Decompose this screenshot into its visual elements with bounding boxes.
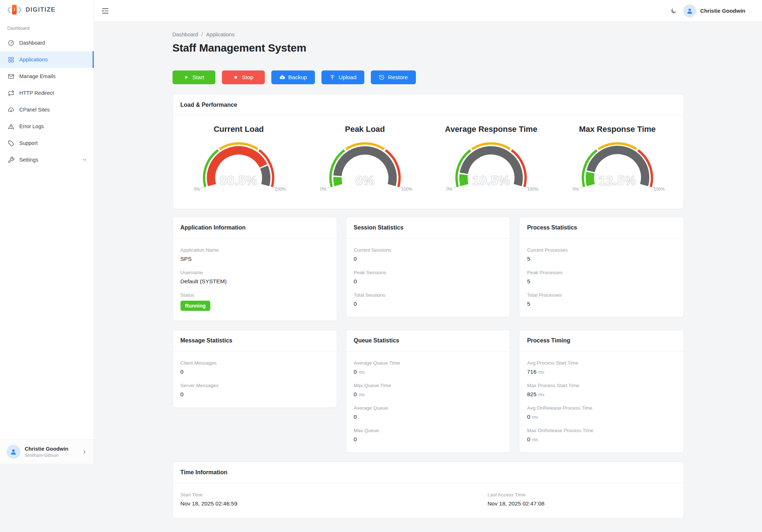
topbar-user-name: Christie Goodwin: [700, 8, 745, 14]
application-information-card: Application Information Application Name…: [173, 217, 337, 321]
unit-label: ms: [358, 392, 365, 397]
field-application-name: Application Name SPS: [181, 247, 329, 262]
field-label: Status: [181, 292, 329, 298]
breadcrumb-item-dashboard[interactable]: Dashboard: [173, 32, 198, 37]
sidebar-item-cpanel-sites[interactable]: CPanel Sites: [0, 101, 94, 118]
brand-name: DIGITIZE: [26, 6, 56, 13]
field-value: Nov 18, 2025 02:47:08: [487, 500, 676, 507]
field-value: 825ms: [527, 391, 676, 398]
field-value: 0: [354, 436, 502, 443]
card-title: Message Statistics: [173, 330, 337, 352]
tag-icon: [8, 140, 15, 147]
sidebar-item-label: Settings: [19, 157, 38, 163]
sidebar: ❮/❯ DIGITIZE Dashboard Dashboard Applica…: [0, 0, 94, 532]
field-value: SPS: [181, 256, 329, 262]
gauge-average-response-time: Average Response Time 0%100%10.5%: [428, 125, 555, 195]
field-total-processes: Total Processes 5: [527, 292, 676, 307]
svg-text:10.5%: 10.5%: [472, 173, 510, 187]
field-value: Nov 18, 2025 02:46:59: [181, 500, 488, 507]
field-avg-process-start-time: Avg Process Start Time 716ms: [527, 360, 676, 375]
start-button[interactable]: Start: [173, 70, 215, 84]
field-label: Username: [181, 270, 329, 275]
avatar: [683, 4, 696, 17]
panel-title: Time Information: [173, 462, 684, 483]
dark-mode-toggle-moon-icon[interactable]: [670, 7, 677, 15]
chevron-right-icon: [82, 449, 87, 455]
field-value: 0: [354, 301, 502, 307]
field-status: Status Running: [181, 292, 329, 311]
gauge-chart: 0%100%80.5%: [191, 141, 286, 195]
sidebar-item-applications[interactable]: Applications: [0, 51, 94, 68]
status-badge: Running: [181, 301, 211, 311]
field-value: 5: [527, 301, 676, 307]
restore-history-icon: [379, 74, 385, 80]
sidebar-item-dashboard[interactable]: Dashboard: [0, 34, 94, 51]
field-max-onrelease-process-time: Max OnRelease Process Time 0ms: [527, 428, 676, 443]
sidebar-item-support[interactable]: Support: [0, 135, 94, 151]
field-label: Max Queue Time: [354, 383, 502, 388]
field-value: 0ms: [354, 369, 502, 375]
svg-text:0%: 0%: [572, 187, 579, 192]
svg-text:0%: 0%: [320, 187, 327, 192]
sidebar-item-settings[interactable]: Settings: [0, 151, 94, 168]
card-title: Process Statistics: [519, 217, 683, 239]
panel-title: Load & Performance: [173, 94, 684, 116]
field-label: Average Queue: [354, 405, 502, 411]
repeat-icon: [8, 90, 15, 97]
sidebar-item-label: HTTP Redirect: [19, 90, 54, 96]
restore-button[interactable]: Restore: [371, 70, 416, 84]
svg-text:12.5%: 12.5%: [599, 173, 636, 187]
field-label: Current Sessions: [354, 247, 502, 253]
field-value: Default (SYSTEM): [181, 278, 329, 285]
field-label: Max OnRelease Process Time: [527, 428, 676, 433]
field-max-process-start-time: Max Process Start Time 825ms: [527, 383, 676, 398]
field-value: 0ms: [354, 391, 502, 398]
field-peak-processes: Peak Processes 5: [527, 270, 676, 285]
breadcrumb-item-applications[interactable]: Applications: [206, 32, 234, 37]
sidebar-item-label: CPanel Sites: [19, 107, 50, 113]
envelope-icon: [8, 73, 15, 80]
load-performance-panel: Load & Performance Current Load 0%100%80…: [173, 94, 684, 209]
unit-label: ms: [532, 415, 538, 420]
sidebar-user-company: Smitham-Gibson: [25, 453, 68, 458]
svg-text:80.5%: 80.5%: [220, 173, 258, 187]
field-value: 5: [527, 256, 676, 262]
grid-icon: [8, 56, 15, 63]
svg-text:100%: 100%: [527, 187, 538, 192]
page-content: Dashboard / Applications Staff Managemen…: [94, 22, 762, 532]
field-average-queue-time: Average Queue Time 0ms: [354, 360, 502, 375]
card-title: Process Timing: [519, 330, 683, 352]
backup-button[interactable]: Backup: [271, 70, 315, 84]
gauge-current-load: Current Load 0%100%80.5%: [176, 125, 302, 195]
gauge-chart: 0%100%8%: [318, 141, 412, 195]
sidebar-item-http-redirect[interactable]: HTTP Redirect: [0, 85, 94, 101]
sidebar-user-card[interactable]: Christie Goodwin Smitham-Gibson: [0, 439, 94, 464]
svg-text:0%: 0%: [194, 187, 200, 192]
field-label: Total Processes: [527, 292, 676, 298]
sidebar-item-manage-emails[interactable]: Manage Emails: [0, 68, 94, 85]
unit-label: ms: [538, 370, 544, 375]
sidebar-user-name: Christie Goodwin: [25, 446, 68, 452]
play-icon: [183, 74, 189, 80]
sidebar-item-error-logs[interactable]: Error Logs: [0, 118, 94, 135]
field-average-queue: Average Queue 0: [354, 405, 502, 420]
breadcrumb-separator: /: [201, 32, 203, 37]
queue-statistics-card: Queue Statistics Average Queue Time 0ms …: [346, 330, 510, 453]
cards-row-2: Message Statistics Client Messages 0 Ser…: [173, 330, 684, 453]
field-max-queue-time: Max Queue Time 0ms: [354, 383, 502, 398]
gauge-chart: 0%100%12.5%: [570, 141, 665, 195]
svg-text:0%: 0%: [446, 187, 453, 192]
stop-button[interactable]: Stop: [222, 70, 265, 84]
field-last-access-time: Last Access Time Nov 18, 2025 02:47:08: [487, 492, 676, 507]
sidebar-item-label: Support: [19, 140, 38, 146]
upload-icon: [329, 74, 335, 80]
sidebar-collapse-button[interactable]: [101, 7, 109, 15]
topbar-user-menu[interactable]: Christie Goodwin: [683, 4, 745, 17]
field-value: 0ms: [527, 414, 676, 420]
brand-logo[interactable]: ❮/❯ DIGITIZE: [0, 0, 94, 18]
sidebar-spacer: [0, 168, 94, 439]
field-value: 0: [354, 414, 502, 420]
upload-button[interactable]: Upload: [321, 70, 364, 84]
svg-text:8%: 8%: [355, 173, 374, 187]
field-label: Last Access Time: [487, 492, 676, 498]
